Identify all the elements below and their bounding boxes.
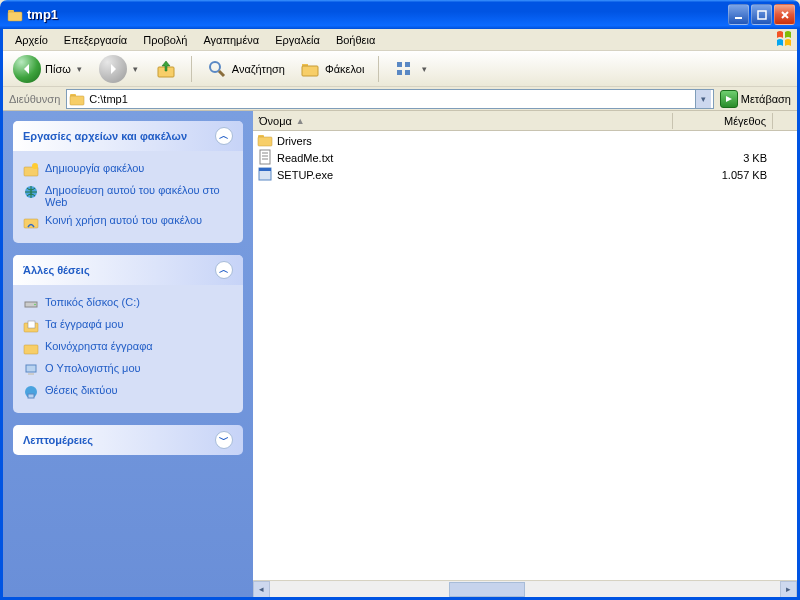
svg-rect-11 — [397, 70, 402, 75]
column-name[interactable]: Όνομα▲ — [253, 113, 673, 129]
back-label: Πίσω — [45, 63, 71, 75]
panel-title: Άλλες θέσεις — [23, 264, 90, 276]
views-button[interactable]: ▾ — [389, 56, 433, 82]
column-size-label: Μέγεθος — [724, 115, 766, 127]
computer-icon — [23, 362, 39, 378]
folder-icon — [69, 91, 85, 107]
file-row[interactable]: ReadMe.txt3 KB — [253, 149, 797, 166]
forward-button[interactable]: ▾ — [95, 53, 145, 85]
svg-rect-24 — [26, 365, 36, 372]
network-icon — [23, 384, 39, 400]
address-input[interactable]: C:\tmp1 ▾ — [66, 89, 714, 109]
back-button[interactable]: Πίσω ▾ — [9, 53, 89, 85]
task-new-folder[interactable]: Δημιουργία φακέλου — [23, 159, 233, 181]
globe-icon — [23, 184, 39, 200]
svg-rect-2 — [735, 17, 742, 19]
share-folder-icon — [23, 214, 39, 230]
go-arrow-icon — [720, 90, 738, 108]
file-icon — [257, 149, 273, 167]
folders-label: Φάκελοι — [325, 63, 364, 75]
menu-file[interactable]: Αρχείο — [7, 31, 56, 49]
column-name-label: Όνομα — [259, 115, 292, 127]
place-label: Θέσεις δικτύου — [45, 384, 118, 396]
panel-head-file-tasks[interactable]: Εργασίες αρχείων και φακέλων ︿ — [13, 121, 243, 151]
menu-tools[interactable]: Εργαλεία — [267, 31, 328, 49]
svg-rect-14 — [70, 96, 84, 105]
views-dropdown[interactable]: ▾ — [419, 64, 429, 74]
new-folder-icon — [23, 162, 39, 178]
minimize-button[interactable] — [728, 4, 749, 25]
search-button[interactable]: Αναζήτηση — [202, 56, 289, 82]
maximize-button[interactable] — [751, 4, 772, 25]
place-shared-documents[interactable]: Κοινόχρηστα έγγραφα — [23, 337, 233, 359]
task-label: Δημιουργία φακέλου — [45, 162, 144, 174]
up-button[interactable] — [151, 56, 181, 82]
folders-icon — [299, 58, 321, 80]
svg-rect-29 — [258, 137, 272, 146]
svg-rect-10 — [405, 62, 410, 67]
scroll-track[interactable] — [270, 582, 780, 597]
file-name: ReadMe.txt — [277, 152, 333, 164]
task-publish-web[interactable]: Δημοσίευση αυτού του φακέλου στο Web — [23, 181, 233, 211]
place-my-computer[interactable]: Ο Υπολογιστής μου — [23, 359, 233, 381]
folder-icon — [7, 7, 23, 23]
file-icon — [257, 132, 273, 150]
chevron-up-icon: ︿ — [215, 127, 233, 145]
scroll-left-button[interactable]: ◂ — [253, 581, 270, 598]
views-icon — [393, 58, 415, 80]
column-size[interactable]: Μέγεθος — [673, 113, 773, 129]
menu-view[interactable]: Προβολή — [135, 31, 195, 49]
forward-arrow-icon — [99, 55, 127, 83]
address-path: C:\tmp1 — [89, 93, 695, 105]
documents-icon — [23, 318, 39, 334]
svg-rect-8 — [302, 66, 318, 76]
titlebar: tmp1 — [0, 0, 800, 29]
place-local-disk[interactable]: Τοπικός δίσκος (C:) — [23, 293, 233, 315]
task-label: Κοινή χρήση αυτού του φακέλου — [45, 214, 202, 226]
panel-head-details[interactable]: Λεπτομέρειες ﹀ — [13, 425, 243, 455]
file-size: 1.057 KB — [673, 169, 773, 181]
back-arrow-icon — [13, 55, 41, 83]
menu-favorites[interactable]: Αγαπημένα — [195, 31, 267, 49]
horizontal-scrollbar[interactable]: ◂ ▸ — [253, 580, 797, 597]
svg-rect-12 — [405, 70, 410, 75]
address-dropdown[interactable]: ▾ — [695, 90, 711, 108]
task-share-folder[interactable]: Κοινή χρήση αυτού του φακέλου — [23, 211, 233, 233]
address-bar: Διεύθυνση C:\tmp1 ▾ Μετάβαση — [3, 87, 797, 111]
svg-rect-22 — [28, 321, 35, 328]
scroll-right-button[interactable]: ▸ — [780, 581, 797, 598]
chevron-up-icon: ︿ — [215, 261, 233, 279]
file-row[interactable]: Drivers — [253, 132, 797, 149]
forward-dropdown[interactable]: ▾ — [131, 64, 141, 74]
place-network[interactable]: Θέσεις δικτύου — [23, 381, 233, 403]
svg-point-5 — [210, 62, 220, 72]
file-row[interactable]: SETUP.exe1.057 KB — [253, 166, 797, 183]
menu-help[interactable]: Βοήθεια — [328, 31, 383, 49]
window-title: tmp1 — [27, 7, 728, 22]
panel-head-other-places[interactable]: Άλλες θέσεις ︿ — [13, 255, 243, 285]
search-label: Αναζήτηση — [232, 63, 285, 75]
place-my-documents[interactable]: Τα έγγραφά μου — [23, 315, 233, 337]
up-folder-icon — [155, 58, 177, 80]
place-label: Τοπικός δίσκος (C:) — [45, 296, 140, 308]
go-button[interactable]: Μετάβαση — [720, 90, 791, 108]
file-name: Drivers — [277, 135, 312, 147]
separator — [378, 56, 379, 82]
svg-rect-30 — [260, 150, 270, 164]
shared-docs-icon — [23, 340, 39, 356]
scroll-thumb[interactable] — [449, 582, 526, 597]
svg-rect-18 — [24, 219, 38, 228]
address-label: Διεύθυνση — [9, 93, 60, 105]
search-icon — [206, 58, 228, 80]
folders-button[interactable]: Φάκελοι — [295, 56, 368, 82]
file-icon — [257, 166, 273, 184]
menubar: Αρχείο Επεξεργασία Προβολή Αγαπημένα Εργ… — [3, 29, 797, 51]
svg-rect-23 — [24, 345, 38, 354]
place-label: Τα έγγραφά μου — [45, 318, 123, 330]
menu-edit[interactable]: Επεξεργασία — [56, 31, 135, 49]
close-button[interactable] — [774, 4, 795, 25]
back-dropdown[interactable]: ▾ — [75, 64, 85, 74]
disk-icon — [23, 296, 39, 312]
go-label: Μετάβαση — [741, 93, 791, 105]
sort-asc-icon: ▲ — [296, 116, 305, 126]
